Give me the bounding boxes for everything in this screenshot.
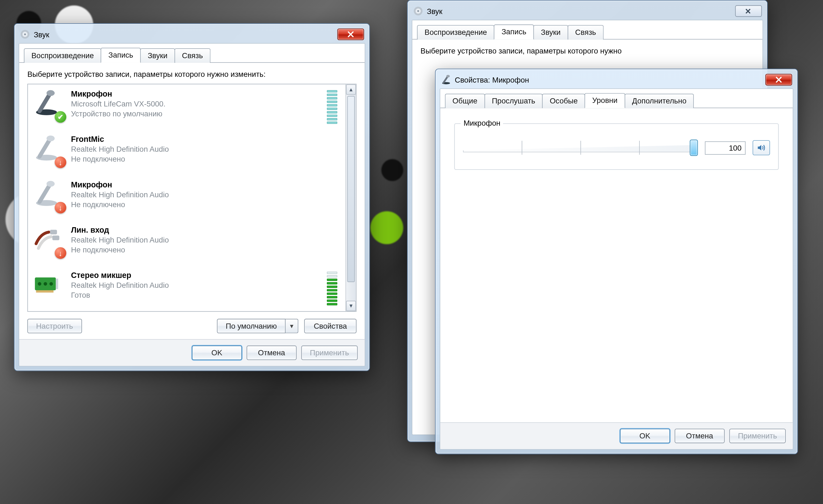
device-name: Микрофон	[71, 180, 340, 190]
tab-recording[interactable]: Запись	[494, 24, 534, 39]
dialog-client: Воспроизведение Запись Звуки Связь Выбер…	[19, 43, 365, 366]
set-default-split-button[interactable]: По умолчанию ▼	[217, 319, 299, 333]
sound-card-icon	[33, 271, 65, 303]
titlebar[interactable]: Звук	[19, 28, 365, 43]
scroll-down-button[interactable]: ▼	[346, 301, 356, 311]
microphone-icon	[33, 89, 65, 122]
window-title: Звук	[427, 7, 735, 15]
apply-button[interactable]: Применить	[729, 429, 786, 443]
unplugged-badge-icon	[54, 202, 66, 213]
configure-button[interactable]: Настроить	[27, 319, 82, 333]
close-button[interactable]	[766, 74, 792, 85]
device-status: Не подключено	[71, 245, 340, 255]
svg-rect-12	[56, 279, 58, 289]
titlebar[interactable]: Звук ✕	[412, 5, 763, 20]
tab-sounds[interactable]: Звуки	[140, 48, 175, 63]
ok-button[interactable]: OK	[192, 346, 242, 360]
device-status: Устройство по умолчанию	[71, 109, 321, 119]
device-vendor: Realtek High Definition Audio	[71, 235, 340, 245]
unplugged-badge-icon	[54, 157, 66, 168]
close-button[interactable]	[337, 28, 364, 40]
prompt-text: Выберите устройство записи, параметры ко…	[421, 47, 755, 56]
device-name: Стерео микшер	[71, 271, 321, 281]
apply-button[interactable]: Применить	[301, 346, 358, 360]
device-status: Не подключено	[71, 200, 340, 210]
device-vendor: Microsoft LifeCam VX-5000.	[71, 99, 321, 109]
line-in-icon	[33, 225, 65, 258]
microphone-icon	[33, 135, 65, 167]
cancel-button[interactable]: Отмена	[246, 346, 297, 360]
svg-point-4	[47, 90, 55, 96]
tab-custom[interactable]: Особые	[542, 94, 585, 108]
svg-rect-16	[36, 290, 53, 293]
ok-button[interactable]: OK	[620, 429, 670, 443]
close-button[interactable]: ✕	[735, 5, 762, 17]
tab-playback[interactable]: Воспроизведение	[24, 48, 102, 63]
device-item[interactable]: Микрофон Microsoft LifeCam VX-5000. Устр…	[28, 85, 346, 130]
device-status: Не подключено	[71, 154, 340, 164]
microphone-level-group: Микрофон	[454, 123, 779, 170]
properties-button[interactable]: Свойства	[304, 319, 357, 333]
tab-strip: Воспроизведение Запись Звуки Связь	[19, 44, 365, 63]
titlebar[interactable]: Свойства: Микрофон	[440, 73, 793, 89]
svg-point-8	[47, 181, 55, 187]
scrollbar[interactable]: ▲ ▼	[345, 85, 356, 311]
tab-communications[interactable]: Связь	[567, 25, 604, 39]
tab-advanced[interactable]: Дополнительно	[624, 94, 694, 108]
tab-listen[interactable]: Прослушать	[484, 94, 543, 108]
level-slider[interactable]	[463, 141, 698, 155]
window-title: Свойства: Микрофон	[455, 75, 766, 84]
device-vendor: Realtek High Definition Audio	[71, 145, 340, 154]
sound-dialog: Звук Воспроизведение Запись Звуки Связь …	[14, 23, 370, 371]
prompt-text: Выберите устройство записи, параметры ко…	[27, 70, 357, 79]
level-meter	[327, 272, 337, 306]
device-status: Готов	[71, 291, 321, 300]
svg-point-14	[44, 282, 47, 286]
set-default-button[interactable]: По умолчанию	[217, 319, 286, 333]
mute-button[interactable]	[753, 140, 770, 155]
device-list: Микрофон Microsoft LifeCam VX-5000. Устр…	[27, 84, 357, 312]
device-vendor: Realtek High Definition Audio	[71, 190, 340, 200]
group-label: Микрофон	[461, 119, 503, 127]
tab-communications[interactable]: Связь	[174, 48, 210, 63]
svg-point-6	[47, 136, 55, 141]
tab-levels[interactable]: Уровни	[585, 93, 625, 108]
device-item[interactable]: FrontMic Realtek High Definition Audio Н…	[28, 130, 346, 175]
device-item[interactable]: Лин. вход Realtek High Definition Audio …	[28, 220, 346, 266]
window-title: Звук	[34, 30, 337, 39]
svg-rect-10	[52, 236, 59, 240]
set-default-dropdown[interactable]: ▼	[286, 319, 299, 333]
device-name: Микрофон	[71, 89, 321, 99]
unplugged-badge-icon	[54, 247, 66, 259]
tab-strip: Общие Прослушать Особые Уровни Дополните…	[440, 89, 793, 108]
slider-thumb[interactable]	[690, 140, 698, 156]
device-item[interactable]: Микрофон Realtek High Definition Audio Н…	[28, 175, 346, 220]
microphone-icon	[33, 180, 65, 213]
device-name: Лин. вход	[71, 225, 340, 235]
tab-recording[interactable]: Запись	[101, 48, 141, 63]
sound-icon	[413, 6, 423, 16]
svg-point-19	[417, 10, 419, 12]
device-vendor: Realtek High Definition Audio	[71, 281, 321, 291]
svg-point-15	[49, 282, 53, 286]
level-value-input[interactable]	[705, 141, 746, 154]
scroll-thumb[interactable]	[347, 96, 355, 282]
cancel-button[interactable]: Отмена	[675, 429, 724, 443]
scroll-up-button[interactable]: ▲	[346, 85, 356, 95]
device-name: FrontMic	[71, 135, 340, 145]
tab-general[interactable]: Общие	[445, 94, 485, 108]
device-item[interactable]: Стерео микшер Realtek High Definition Au…	[28, 266, 346, 311]
tab-sounds[interactable]: Звуки	[533, 25, 568, 39]
default-badge-icon	[54, 111, 66, 123]
level-meter	[327, 90, 337, 124]
speaker-icon	[757, 143, 766, 153]
microphone-icon	[441, 74, 451, 85]
svg-point-2	[24, 33, 26, 35]
svg-rect-9	[50, 230, 57, 234]
sound-icon	[20, 29, 30, 39]
mic-properties-dialog: Свойства: Микрофон Общие Прослушать Особ…	[435, 68, 798, 454]
svg-point-21	[446, 75, 450, 77]
tab-strip: Воспроизведение Запись Звуки Связь	[412, 20, 762, 39]
tab-playback[interactable]: Воспроизведение	[417, 25, 495, 39]
svg-point-13	[38, 282, 41, 286]
